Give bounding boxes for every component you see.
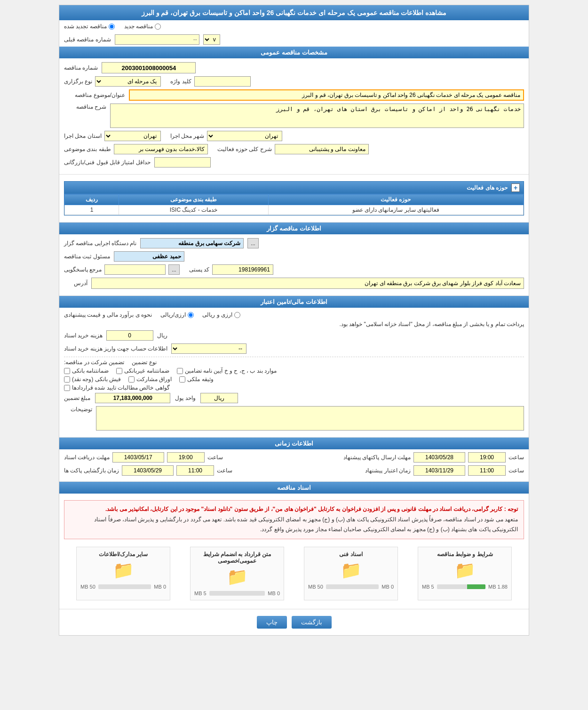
postal-label: کد پستی: [189, 266, 209, 273]
executor-dots-btn[interactable]: ...: [247, 238, 258, 248]
file4-size: 0 MB: [154, 584, 166, 590]
min-score-label: حداقل امتیاز قابل قبول فنی/بازرگانی: [64, 159, 151, 166]
guarantee-type-label: نوع تضمین: [132, 359, 156, 366]
payment-note: پرداخت تمام و یا بخشی از مبلغ مناقصه، از…: [64, 321, 524, 327]
keyword-pair: کلید واژه: [170, 76, 250, 87]
col-category-header: طبقه بندی موضوعی: [119, 194, 268, 205]
file1-title: شرایط و ضوابط مناقصه: [437, 551, 493, 558]
file1-max: 5 MB: [422, 584, 434, 590]
participation-label: تضمین شرکت در مناقصه:: [64, 359, 124, 366]
responsible-row: حمید عظفی مسئول ثبت مناقصه: [64, 251, 524, 262]
add-activity-btn[interactable]: +: [511, 183, 520, 192]
time-info-body: ساعت 19:00 1403/05/28 مهلت ارسال پاکتهای…: [59, 449, 529, 482]
open-offer-unit: ساعت: [217, 467, 232, 474]
file1-icon: 📁: [454, 560, 476, 580]
file4-icon: 📁: [113, 560, 134, 580]
file-box-1: شرایط و ضوابط مناقصه 📁 1.88 MB 5 MB: [418, 547, 512, 600]
responsible-label: مسئول ثبت مناقصه: [64, 253, 110, 260]
guarantee-desc-row: توضیحات: [64, 406, 524, 431]
description-textarea: خدمات نگهبانی 26 واحد از اماکن و تاسیسات…: [110, 104, 524, 128]
tender-type-select[interactable]: یک مرحله ای: [95, 76, 161, 87]
reference-pair: ... مرجع پاسخگویی: [64, 264, 180, 275]
time-info-header: اطلاعات زمانی: [59, 438, 529, 449]
reference-input[interactable]: [104, 264, 166, 275]
address-row: سعادت آباد کوی فراز بلوار شهدای برق شرکت…: [64, 278, 524, 289]
note-body: متعهد می شود در اسناد مناقصه، صرفاً پذیر…: [94, 516, 518, 533]
prev-tender-input[interactable]: [115, 34, 199, 45]
table-row: فعالیتهای سایر سازمانهای دارای عضو خدمات…: [65, 205, 524, 215]
file1-size: 1.88 MB: [488, 584, 508, 590]
doc-cost-input: 0: [106, 330, 153, 341]
file-box-4: سایر مدارک/اطلاعات 📁 0 MB 50 MB: [76, 547, 170, 600]
file2-icon: 📁: [341, 560, 362, 580]
guarantee-option-6[interactable]: وثیقه ملکی: [179, 376, 213, 383]
activity-pair: معاونت مالی و پشتیبانی شرح کلی حوزه فعال…: [217, 144, 369, 154]
activity-table-header: + حوزه های فعالیت: [64, 182, 524, 194]
tender-number-label: شماره مناقصه: [64, 64, 98, 71]
province-select[interactable]: تهران: [104, 131, 161, 141]
documents-header: اسناد مناقصه: [59, 482, 529, 494]
account-select[interactable]: --: [171, 343, 246, 354]
open-offer-col: ساعت 11:00 1403/05/29 زمان بازگشایی پاکت…: [64, 465, 232, 476]
type-keyword-row: کلید واژه یک مرحله ای نوع برگزاری: [64, 76, 524, 87]
file3-progress-row: 0 MB 5 MB: [194, 590, 280, 596]
validity-unit: ساعت: [509, 467, 524, 474]
doc-receive-date: 1403/05/17: [112, 452, 164, 463]
amount-label: مبلغ تضمین: [64, 395, 90, 401]
file1-progress-inner: [467, 584, 485, 589]
radio-rial-foreign[interactable]: ارزی و ریالی: [202, 311, 240, 318]
radio-new-tender[interactable]: مناقصه جدید: [124, 23, 161, 30]
description-label: شرح مناقصه: [64, 104, 106, 110]
city-select[interactable]: تهران: [207, 131, 282, 141]
file1-progress-row: 1.88 MB 5 MB: [422, 584, 508, 590]
activity-label: شرح کلی حوزه فعالیت: [217, 146, 272, 152]
time-row-2: ساعت 11:00 1403/11/29 زمان اعتبار پیشنها…: [64, 465, 524, 476]
guarantee-option-4[interactable]: فیش بانکی (وجه نقد): [64, 376, 121, 383]
prev-tender-select[interactable]: v: [203, 34, 220, 45]
amount-input: 17,183,000,000: [95, 393, 170, 403]
file2-title: اسناد فنی: [339, 551, 362, 558]
guarantee-option-7[interactable]: گواهی خالص مطالبات تایید شده قراردادها: [64, 384, 170, 391]
category-pair: کالا،خدمات بدون فهرست بر طبقه بندی موضوع…: [64, 144, 208, 154]
unit-label: واحد پول: [175, 395, 195, 401]
keyword-label: کلید واژه: [170, 78, 191, 85]
radio-renewed-tender[interactable]: مناقصه تجدید شده: [64, 23, 115, 30]
doc-receive-col: ساعت 19:00 1403/05/17 مهلت دریافت اسناد: [64, 452, 223, 463]
doc-receive-unit: ساعت: [207, 454, 223, 461]
doc-cost-row: ریال 0 هزینه خرید اسناد: [64, 330, 524, 341]
doc-cost-label: هزینه خرید اسناد: [64, 332, 103, 339]
guarantee-option-1[interactable]: ضمانتنامه بانکی: [64, 367, 109, 374]
executor-row: ... شرکت سهامی برق منطقه نام دستگاه اجرا…: [64, 238, 524, 248]
keyword-input[interactable]: [194, 76, 251, 87]
radio-rial[interactable]: ارزی/ریالی: [160, 311, 194, 318]
executor-label: نام دستگاه اجرایی مناقصه گزار: [64, 240, 136, 247]
validity-date: 1403/11/29: [413, 465, 465, 476]
category-label: طبقه بندی موضوعی: [64, 146, 111, 152]
back-button[interactable]: بازگشت: [292, 616, 332, 629]
guarantee-option-2[interactable]: ضمانتنامه غیربانکی: [116, 367, 169, 374]
guarantee-option-3[interactable]: موارد بند ب ، ج، ح و خ آیین نامه تضامین: [177, 367, 277, 374]
general-specs-body: 2003001008000054 شماره مناقصه کلید واژه …: [59, 58, 529, 175]
prev-tender-row: v شماره مناقصه قبلی: [59, 32, 529, 47]
reference-dots-btn[interactable]: ...: [168, 264, 179, 275]
note-title: توجه : کاربر گرامی، دریافت اسناد در مهلت…: [105, 506, 518, 512]
category-input: کالا،خدمات بدون فهرست بر: [114, 144, 208, 154]
documents-body: توجه : کاربر گرامی، دریافت اسناد در مهلت…: [59, 494, 529, 609]
guarantee-checkboxes-1: موارد بند ب ، ج، ح و خ آیین نامه تضامین …: [64, 367, 524, 374]
address-label: آدرس: [64, 280, 87, 287]
organizer-header: اطلاعات مناقصه گزار: [59, 223, 529, 234]
file-box-2: اسناد فنی 📁 0 MB 50 MB: [304, 547, 398, 600]
account-row: -- اطلاعات حساب جهت واریز هزینه خرید اسن…: [64, 343, 524, 354]
guarantee-option-5[interactable]: اوراق مشارکت: [128, 376, 172, 383]
print-button[interactable]: چاپ: [257, 616, 287, 629]
financial-body: ارزی و ریالی ارزی/ریالی نحوه ی برآورد ما…: [59, 308, 529, 438]
activity-section: + حوزه های فعالیت حوزه فعالیت طبقه بندی …: [59, 175, 529, 223]
min-score-input[interactable]: [154, 157, 211, 168]
file3-progress-bar: [209, 591, 265, 596]
file4-max: 50 MB: [80, 584, 95, 590]
guarantee-desc-textarea[interactable]: [96, 406, 524, 431]
ref-postal-row: 1981969961 کد پستی ... مرجع پاسخگویی: [64, 264, 524, 275]
doc-receive-label: مهلت دریافت اسناد: [64, 454, 110, 461]
validity-time: 11:00: [468, 465, 506, 476]
description-row: خدمات نگهبانی 26 واحد از اماکن و تاسیسات…: [64, 104, 524, 128]
